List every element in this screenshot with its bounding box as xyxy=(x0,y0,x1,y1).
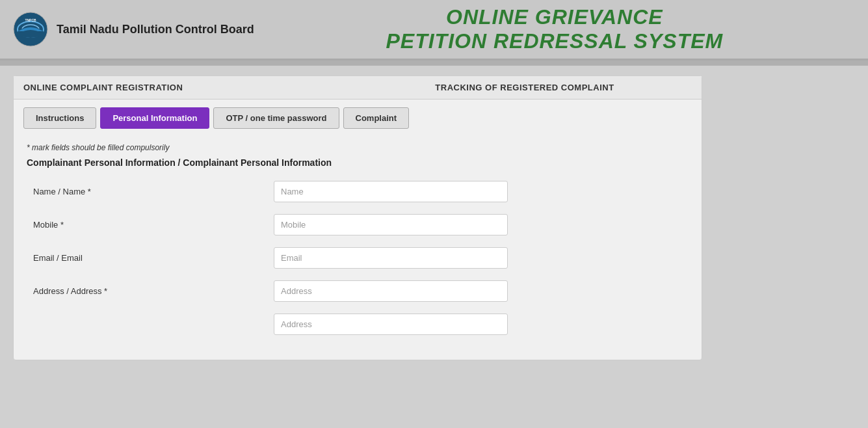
name-field-row: Name / Name * xyxy=(27,181,689,202)
card-header: ONLINE COMPLAINT REGISTRATION TRACKING O… xyxy=(14,76,702,100)
org-name: Tamil Nadu Pollution Control Board xyxy=(57,23,254,36)
card-header-left: ONLINE COMPLAINT REGISTRATION xyxy=(23,83,358,92)
org-logo-area: TNPCB Tamil Nadu Pollution Control Board xyxy=(13,12,254,47)
main-card: ONLINE COMPLAINT REGISTRATION TRACKING O… xyxy=(13,75,702,360)
tab-personal-information[interactable]: Personal Information xyxy=(100,107,209,129)
name-input[interactable] xyxy=(274,181,508,202)
page-header: TNPCB Tamil Nadu Pollution Control Board… xyxy=(0,0,868,60)
email-field-row: Email / Email xyxy=(27,247,689,269)
card-header-right: TRACKING OF REGISTERED COMPLAINT xyxy=(358,83,692,92)
address1-input[interactable] xyxy=(274,280,508,302)
form-section-title: Complainant Personal Information / Compl… xyxy=(27,157,689,168)
main-content: ONLINE COMPLAINT REGISTRATION TRACKING O… xyxy=(0,66,868,370)
email-input[interactable] xyxy=(274,247,508,269)
mobile-input[interactable] xyxy=(274,214,508,235)
address1-field-row: Address / Address * xyxy=(27,280,689,302)
page-title-line2: PETITION REDRESSAL SYSTEM xyxy=(254,29,855,53)
mobile-label: Mobile * xyxy=(27,220,274,230)
svg-text:TNPCB: TNPCB xyxy=(25,18,36,22)
page-title-area: ONLINE GRIEVANCE PETITION REDRESSAL SYST… xyxy=(254,5,855,53)
tab-complaint[interactable]: Complaint xyxy=(343,107,410,129)
name-label: Name / Name * xyxy=(27,187,274,196)
address2-input[interactable] xyxy=(274,314,508,335)
form-area: * mark fields should be filled compulsor… xyxy=(14,137,702,360)
tab-instructions[interactable]: Instructions xyxy=(23,107,96,129)
address-label: Address / Address * xyxy=(27,286,274,296)
mobile-field-row: Mobile * xyxy=(27,214,689,235)
tab-otp[interactable]: OTP / one time password xyxy=(213,107,339,129)
nav-bar xyxy=(0,60,868,66)
org-logo-icon: TNPCB xyxy=(13,12,49,47)
email-label: Email / Email xyxy=(27,253,274,263)
tabs-row: Instructions Personal Information OTP / … xyxy=(14,100,702,137)
form-note: * mark fields should be filled compulsor… xyxy=(27,143,689,152)
page-title-line1: ONLINE GRIEVANCE xyxy=(254,5,855,29)
address2-field-row xyxy=(27,314,689,335)
